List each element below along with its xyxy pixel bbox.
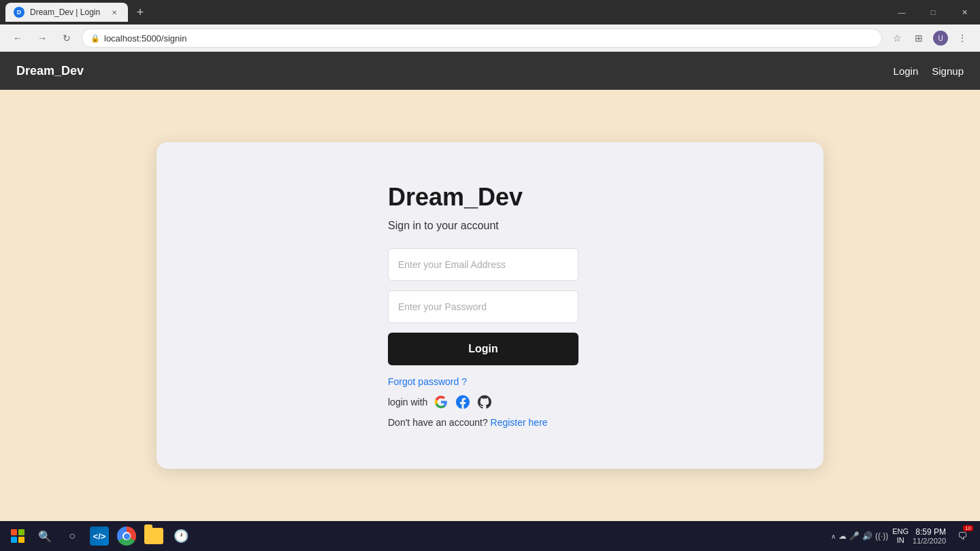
forgot-password-link[interactable]: Forgot password ? <box>388 376 467 387</box>
register-link[interactable]: Register here <box>491 417 548 428</box>
new-tab-button[interactable]: + <box>131 3 150 22</box>
tray-arrow[interactable]: ∧ <box>831 533 836 540</box>
taskbar: 🔍 ○ </> 🕐 ∧ ☁ 🎤 � <box>0 521 980 551</box>
clock-area[interactable]: 8:59 PM 11/2/2020 <box>913 527 946 545</box>
explorer-taskbar-icon[interactable] <box>142 524 166 548</box>
network-icon[interactable]: ☁ <box>838 531 847 541</box>
nav-signup-link[interactable]: Signup <box>932 65 964 77</box>
wifi-icon[interactable]: ((·)) <box>875 531 888 541</box>
app-brand: Dream_Dev <box>16 64 84 78</box>
chrome-taskbar-icon[interactable] <box>114 524 139 548</box>
browser-tab-active[interactable]: D Dream_Dev | Login ✕ <box>5 3 128 22</box>
tab-close-button[interactable]: ✕ <box>109 7 120 18</box>
social-login-label: login with <box>388 397 427 407</box>
clock-taskbar-icon[interactable]: 🕐 <box>169 524 193 548</box>
volume-icon[interactable]: 🔊 <box>862 531 872 541</box>
app-navbar: Dream_Dev Login Signup <box>0 52 980 90</box>
password-input[interactable] <box>388 290 578 323</box>
url-text: localhost:5000/signin <box>104 33 873 44</box>
register-prompt-text: Don't have an account? <box>388 417 488 428</box>
taskbar-right: ∧ ☁ 🎤 🔊 ((·)) ENG IN 8:59 PM 11/2/2020 🗨… <box>831 524 975 548</box>
system-tray: ∧ ☁ 🎤 🔊 ((·)) <box>831 531 888 541</box>
search-taskbar-button[interactable]: 🔍 <box>33 524 57 548</box>
google-login-button[interactable] <box>433 394 449 410</box>
lock-icon: 🔒 <box>91 34 100 43</box>
facebook-login-button[interactable] <box>455 394 471 410</box>
notification-button[interactable]: 🗨 10 <box>950 524 975 548</box>
login-button[interactable]: Login <box>388 333 578 365</box>
main-content: Dream_Dev Sign in to your account Login … <box>0 90 980 521</box>
menu-icon[interactable]: ⋮ <box>953 29 972 48</box>
back-button[interactable]: ← <box>8 29 27 48</box>
login-form-section: Dream_Dev Sign in to your account Login … <box>388 183 592 428</box>
nav-login-link[interactable]: Login <box>894 65 919 77</box>
clock-time: 8:59 PM <box>913 527 946 537</box>
nav-links: Login Signup <box>894 65 964 77</box>
bookmark-icon[interactable]: ☆ <box>887 29 906 48</box>
task-view-button[interactable]: ○ <box>60 524 84 548</box>
forward-button[interactable]: → <box>33 29 52 48</box>
github-login-button[interactable] <box>476 394 493 410</box>
tab-favicon: D <box>14 7 24 18</box>
login-subtitle: Sign in to your account <box>388 220 499 232</box>
tab-title: Dream_Dev | Login <box>30 7 103 17</box>
clock-date: 11/2/2020 <box>913 537 946 545</box>
maximize-button[interactable]: □ <box>917 0 949 24</box>
windows-icon <box>11 529 24 543</box>
minimize-button[interactable]: — <box>886 0 917 24</box>
login-app-title: Dream_Dev <box>388 183 523 212</box>
vscode-taskbar-icon[interactable]: </> <box>87 524 112 548</box>
reload-button[interactable]: ↻ <box>57 29 76 48</box>
mic-icon[interactable]: 🎤 <box>849 531 860 541</box>
start-button[interactable] <box>5 524 30 548</box>
notification-count: 10 <box>963 525 973 531</box>
extensions-icon[interactable]: ⊞ <box>909 29 928 48</box>
profile-icon[interactable]: U <box>931 29 950 48</box>
register-section: Don't have an account? Register here <box>388 417 548 428</box>
close-button[interactable]: ✕ <box>949 0 980 24</box>
email-input[interactable] <box>388 248 578 281</box>
taskbar-left: 🔍 ○ </> 🕐 <box>5 524 193 548</box>
social-login: login with <box>388 394 493 410</box>
address-bar[interactable]: 🔒 localhost:5000/signin <box>82 29 882 48</box>
language-badge[interactable]: ENG IN <box>892 527 909 545</box>
login-card: Dream_Dev Sign in to your account Login … <box>157 142 823 469</box>
